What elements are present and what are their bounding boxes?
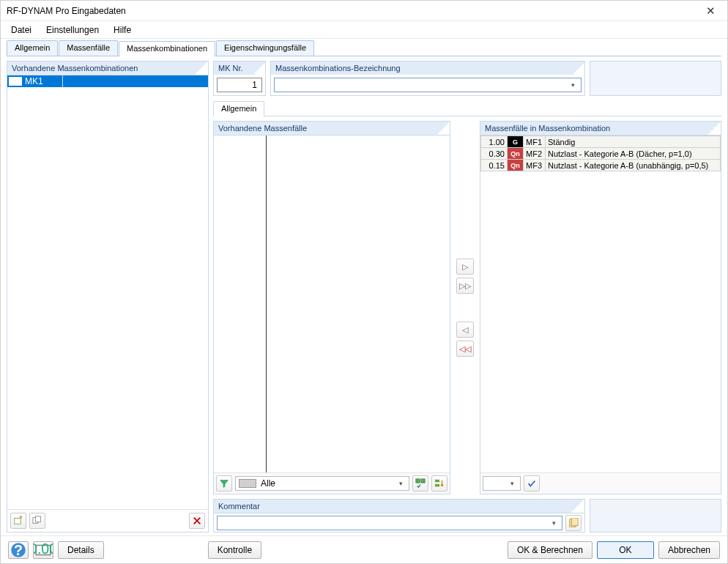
content: Vorhandene Massenkombinationen MK1 MK Nr… xyxy=(1,56,727,535)
info-placeholder xyxy=(590,61,721,96)
close-icon[interactable]: ✕ xyxy=(700,3,721,19)
tab-eigen[interactable]: Eigenschwingungsfälle xyxy=(216,40,314,56)
remove-one-button[interactable]: ◁ xyxy=(456,322,474,338)
comment-library-button[interactable] xyxy=(565,515,582,531)
select-all-button[interactable] xyxy=(412,475,428,491)
new-item-button[interactable] xyxy=(10,513,26,529)
svg-rect-4 xyxy=(421,479,425,483)
menubar: Datei Einstellungen Hilfe xyxy=(1,21,727,39)
svg-rect-6 xyxy=(435,484,439,487)
combo-name-label: Massenkombinations-Bezeichnung xyxy=(271,62,584,75)
combo-name-box: Massenkombinations-Bezeichnung ▾ xyxy=(270,61,585,96)
titlebar: RF-DYNAM Pro Eingabedaten ✕ xyxy=(1,1,727,21)
add-one-button[interactable]: ▷ xyxy=(456,259,474,275)
comment-text[interactable] xyxy=(220,518,549,528)
color-swatch xyxy=(239,479,256,488)
factor-combo[interactable]: ▾ xyxy=(483,476,521,491)
units-button[interactable]: 0.00 xyxy=(33,541,53,559)
tab-general[interactable]: Allgemein xyxy=(7,40,58,56)
svg-rect-5 xyxy=(435,480,439,483)
mk-number-box: MK Nr. xyxy=(213,61,266,96)
kontrolle-button[interactable]: Kontrolle xyxy=(208,541,261,559)
main-tabs: Allgemein Massenfälle Massenkombinatione… xyxy=(7,40,721,56)
in-combo-table-wrap[interactable]: 1.00 G MF1 Ständig 0.30 Qn MF2 Nutzlast … xyxy=(480,136,721,472)
svg-rect-8 xyxy=(571,518,578,526)
remove-all-button[interactable]: ◁◁ xyxy=(456,341,474,357)
chevron-down-icon[interactable]: ▾ xyxy=(507,480,517,487)
filter-row-left: Alle ▾ xyxy=(214,472,450,494)
chevron-down-icon[interactable]: ▾ xyxy=(395,480,406,487)
chevron-down-icon[interactable]: ▾ xyxy=(549,519,559,527)
mk-number-label: MK Nr. xyxy=(214,62,265,75)
delete-item-button[interactable] xyxy=(189,513,205,529)
menu-settings[interactable]: Einstellungen xyxy=(39,22,106,38)
table-row[interactable]: 0.30 Qn MF2 Nutzlast - Kategorie A-B (Dä… xyxy=(481,148,721,160)
list-item[interactable]: MK1 xyxy=(7,75,208,87)
inner-tabs: Allgemein xyxy=(213,100,721,116)
copy-item-button[interactable] xyxy=(29,513,45,529)
menu-file[interactable]: Datei xyxy=(4,22,39,38)
list-item-label: MK1 xyxy=(25,76,43,86)
dialog-button-bar: ? 0.00 Details Kontrolle OK & Berechnen … xyxy=(1,535,727,563)
load-category-badge: Qn xyxy=(508,148,524,160)
inner-tab-general[interactable]: Allgemein xyxy=(213,101,264,116)
apply-factor-button[interactable] xyxy=(524,475,540,491)
in-combo-header: Massenfälle in Massenkombination xyxy=(480,122,721,136)
ok-calc-button[interactable]: OK & Berechnen xyxy=(508,541,593,559)
cancel-button[interactable]: Abbrechen xyxy=(658,541,720,559)
sort-button[interactable] xyxy=(431,475,447,491)
add-all-button[interactable]: ▷▷ xyxy=(456,278,474,294)
mass-combo-list[interactable]: MK1 xyxy=(7,75,208,509)
table-row[interactable]: 0.15 Qn MF3 Nutzlast - Kategorie A-B (un… xyxy=(481,160,721,171)
svg-rect-0 xyxy=(15,519,21,524)
available-mass-cases-list[interactable] xyxy=(214,136,450,472)
comment-input[interactable]: ▾ xyxy=(217,516,562,530)
chevron-down-icon[interactable]: ▾ xyxy=(568,81,578,89)
load-category-badge: Qn xyxy=(508,160,524,171)
load-category-badge: G xyxy=(508,136,524,148)
svg-text:0.00: 0.00 xyxy=(34,541,53,557)
aux-placeholder xyxy=(590,499,721,533)
combo-name-input[interactable]: ▾ xyxy=(274,78,582,92)
filter-button[interactable] xyxy=(216,475,232,491)
available-mass-cases-panel: Vorhandene Massenfälle Alle ▾ xyxy=(213,121,450,494)
svg-rect-3 xyxy=(416,479,420,483)
table-row[interactable]: 1.00 G MF1 Ständig xyxy=(481,136,721,148)
header-fields-row: MK Nr. Massenkombinations-Bezeichnung ▾ xyxy=(213,61,721,96)
svg-rect-2 xyxy=(35,516,40,522)
filter-row-right: ▾ xyxy=(480,472,721,494)
transfer-buttons: ▷ ▷▷ ◁ ◁◁ xyxy=(455,121,475,494)
mass-combo-list-header: Vorhandene Massenkombinationen xyxy=(7,62,208,75)
window-title: RF-DYNAM Pro Eingabedaten xyxy=(7,6,126,16)
details-pane: MK Nr. Massenkombinations-Bezeichnung ▾ … xyxy=(213,61,721,533)
mass-case-assignment-row: Vorhandene Massenfälle Alle ▾ xyxy=(213,121,721,494)
combo-name-text[interactable] xyxy=(278,80,568,90)
list-toolbar xyxy=(7,509,208,532)
tab-mass-combos[interactable]: Massenkombinationen xyxy=(119,41,215,56)
svg-text:?: ? xyxy=(14,541,23,557)
mass-combo-list-panel: Vorhandene Massenkombinationen MK1 xyxy=(7,61,209,533)
color-swatch xyxy=(9,77,22,86)
available-header: Vorhandene Massenfälle xyxy=(214,122,450,136)
help-button[interactable]: ? xyxy=(8,541,29,559)
filter-label: Alle xyxy=(261,478,275,489)
tab-mass-cases[interactable]: Massenfälle xyxy=(59,40,118,56)
in-combo-table: 1.00 G MF1 Ständig 0.30 Qn MF2 Nutzlast … xyxy=(480,136,721,171)
details-button[interactable]: Details xyxy=(58,541,104,559)
comment-label: Kommentar xyxy=(214,500,584,513)
in-combo-mass-cases-panel: Massenfälle in Massenkombination 1.00 G … xyxy=(480,121,721,494)
mk-number-input[interactable] xyxy=(217,78,262,92)
comment-box: Kommentar ▾ xyxy=(213,499,585,533)
menu-help[interactable]: Hilfe xyxy=(106,22,138,38)
ok-button[interactable]: OK xyxy=(597,541,654,559)
filter-category-combo[interactable]: Alle ▾ xyxy=(235,476,409,491)
